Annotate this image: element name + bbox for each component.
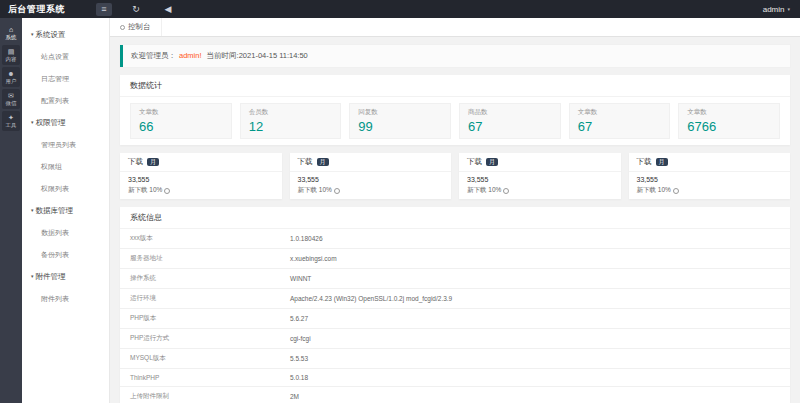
download-sub: 新下载 10% (467, 186, 501, 195)
home-icon: ⌂ (2, 26, 20, 34)
sidebar-group-attachments[interactable]: ▾附件管理 (22, 266, 109, 288)
user-icon: ☻ (2, 70, 20, 78)
user-menu[interactable]: admin ▾ (763, 5, 800, 14)
system-info-title: 系统信息 (120, 207, 790, 229)
sidebar-item-log-management[interactable]: 日志管理 (22, 68, 109, 90)
rail-label: 系统 (3, 34, 19, 40)
sidebar-item-admin-list[interactable]: 管理员列表 (22, 134, 109, 156)
stat-label: 回复数 (358, 108, 442, 117)
download-value: 33,555 (467, 176, 613, 183)
menu-toggle-icon[interactable]: ≡ (96, 3, 112, 16)
sidebar-item-permission-list[interactable]: 权限列表 (22, 178, 109, 200)
rail-item-users[interactable]: ☻ 用户 (2, 67, 20, 87)
stat-tile-products[interactable]: 商品数 67 (459, 103, 561, 139)
table-row: ThinkPHP5.0.18 (120, 369, 790, 387)
stat-label: 文章数 (139, 108, 223, 117)
info-circle-icon[interactable] (164, 188, 170, 194)
rail-label: 微信 (3, 100, 19, 106)
stat-label: 商品数 (468, 108, 552, 117)
system-info-table: xxx版本1.0.180426 服务器地址x.xuebingsi.com 操作系… (120, 229, 790, 403)
row-label: ThinkPHP (120, 369, 280, 387)
download-cards: 下载 月 33,555 新下载 10% 下载 月 33,555 新下载 10% (120, 153, 790, 199)
download-sub: 新下载 10% (298, 186, 332, 195)
table-row: 上传附件限制2M (120, 387, 790, 403)
sidebar-group-label: 权限管理 (36, 118, 66, 127)
sidebar-group-permissions[interactable]: ▾权限管理 (22, 112, 109, 134)
system-info-card: 系统信息 xxx版本1.0.180426 服务器地址x.xuebingsi.co… (120, 207, 790, 403)
refresh-icon[interactable]: ↻ (128, 3, 144, 16)
row-label: 服务器地址 (120, 249, 280, 269)
sidebar-item-attachment-list[interactable]: 附件列表 (22, 288, 109, 310)
sidebar-item-config-list[interactable]: 配置列表 (22, 90, 109, 112)
stat-tile-articles-2[interactable]: 文章数 67 (569, 103, 671, 139)
table-row: 操作系统WINNT (120, 269, 790, 289)
row-value: 1.0.180426 (280, 229, 790, 249)
month-badge: 月 (656, 158, 668, 166)
stat-value: 67 (578, 119, 662, 134)
message-icon: ✉ (2, 92, 20, 100)
download-title: 下载 (128, 157, 143, 167)
row-label: 上传附件限制 (120, 387, 280, 403)
stat-tile-articles-3[interactable]: 文章数 6766 (678, 103, 780, 139)
stat-label: 文章数 (687, 108, 771, 117)
row-label: MYSQL版本 (120, 349, 280, 369)
row-label: 操作系统 (120, 269, 280, 289)
welcome-time: 当前时间:2021-04-15 11:14:50 (207, 51, 308, 60)
download-title: 下载 (467, 157, 482, 167)
rail-item-tools[interactable]: ✦ 工具 (2, 111, 20, 131)
month-badge: 月 (486, 158, 498, 166)
table-row: PHP版本5.6.27 (120, 309, 790, 329)
stat-label: 会员数 (249, 108, 333, 117)
sidebar-group-label: 系统设置 (36, 30, 66, 39)
chevron-down-icon: ▾ (31, 31, 34, 37)
welcome-username: admin! (179, 51, 202, 60)
sidebar-item-data-list[interactable]: 数据列表 (22, 222, 109, 244)
info-circle-icon[interactable] (673, 188, 679, 194)
row-label: PHP运行方式 (120, 329, 280, 349)
rail-item-system[interactable]: ⌂ 系统 (2, 23, 20, 43)
table-row: MYSQL版本5.5.53 (120, 349, 790, 369)
download-card: 下载 月 33,555 新下载 10% (459, 153, 621, 199)
content: 欢迎管理员：admin! 当前时间:2021-04-15 11:14:50 数据… (110, 37, 800, 403)
tab-label: 控制台 (128, 22, 151, 32)
tab-console[interactable]: 控制台 (110, 18, 162, 36)
sidebar-group-database[interactable]: ▾数据库管理 (22, 200, 109, 222)
sidebar-item-backup-list[interactable]: 备份列表 (22, 244, 109, 266)
stat-label: 文章数 (578, 108, 662, 117)
download-title: 下载 (637, 157, 652, 167)
download-sub: 新下载 10% (128, 186, 162, 195)
content-icon: ▤ (2, 48, 20, 56)
table-row: xxx版本1.0.180426 (120, 229, 790, 249)
chevron-down-icon: ▾ (31, 119, 34, 125)
row-value: 2M (280, 387, 790, 403)
sidebar-item-permission-group[interactable]: 权限组 (22, 156, 109, 178)
stat-value: 67 (468, 119, 552, 134)
month-badge: 月 (147, 158, 159, 166)
download-card: 下载 月 33,555 新下载 10% (629, 153, 791, 199)
announcement-icon[interactable]: ◀ (160, 3, 176, 16)
stat-tile-articles[interactable]: 文章数 66 (130, 103, 232, 139)
download-value: 33,555 (128, 176, 274, 183)
sidebar-item-site-settings[interactable]: 站点设置 (22, 46, 109, 68)
circle-icon (120, 25, 125, 30)
stats-card: 数据统计 文章数 66 会员数 12 回复数 99 (120, 75, 790, 145)
info-circle-icon[interactable] (334, 188, 340, 194)
stat-tile-replies[interactable]: 回复数 99 (349, 103, 451, 139)
stat-tile-members[interactable]: 会员数 12 (240, 103, 342, 139)
row-value: WINNT (280, 269, 790, 289)
stat-value: 12 (249, 119, 333, 134)
info-circle-icon[interactable] (503, 188, 509, 194)
download-value: 33,555 (637, 176, 783, 183)
row-value: 5.5.53 (280, 349, 790, 369)
rail-item-content[interactable]: ▤ 内容 (2, 45, 20, 65)
row-value: cgi-fcgi (280, 329, 790, 349)
sidebar-group-system-settings[interactable]: ▾系统设置 (22, 24, 109, 46)
rail-label: 内容 (3, 56, 19, 62)
download-value: 33,555 (298, 176, 444, 183)
sidebar-group-label: 数据库管理 (36, 206, 74, 215)
rail-item-wechat[interactable]: ✉ 微信 (2, 89, 20, 109)
download-title: 下载 (298, 157, 313, 167)
rail-label: 用户 (3, 78, 19, 84)
row-value: 5.0.18 (280, 369, 790, 387)
tab-bar: 控制台 (110, 18, 800, 37)
